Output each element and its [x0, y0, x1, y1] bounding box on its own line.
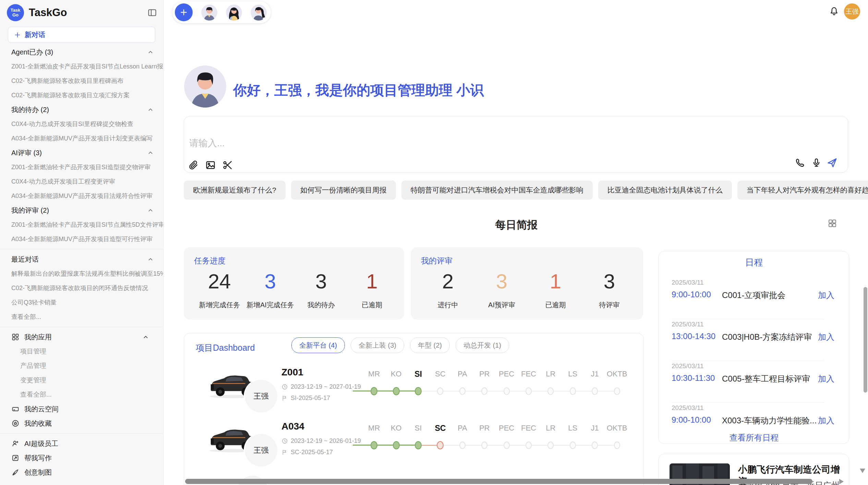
milestone-dot[interactable] — [614, 387, 620, 395]
image-icon[interactable] — [205, 160, 216, 171]
sidebar-item[interactable]: C0X4-动力总成开发项目SI里程碑提交物检查 — [0, 117, 163, 131]
sidebar-item[interactable]: C02-飞腾新能源轻客改款项目立项汇报方案 — [0, 88, 163, 102]
sidebar-section-agent-done: Agent已办 (3) Z001-全新燃油皮卡产品开发项目SI节点Lesson … — [0, 45, 163, 102]
sidebar-item-favorites[interactable]: 我的收藏 — [0, 416, 163, 431]
sidebar-item-help-write[interactable]: 帮我写作 — [0, 451, 163, 465]
project-row[interactable]: 王强 A034 2023-12-19 ~ 2026-01-19 SC-2025-… — [184, 417, 643, 471]
milestone-label: PR — [473, 370, 495, 378]
recent-chat-item[interactable]: 解释最新出台的欧盟报废车法规再生塑料比例被调至15%... — [0, 266, 163, 281]
milestone-dot[interactable] — [437, 441, 444, 449]
milestone-dot[interactable] — [526, 442, 532, 449]
tab-powertrain[interactable]: 动总开发 (1) — [456, 337, 509, 353]
milestone-dot[interactable] — [526, 387, 532, 395]
milestone-dot[interactable] — [481, 442, 487, 449]
chevron-up-icon — [147, 48, 154, 56]
milestone-dot[interactable] — [481, 387, 487, 395]
tab-all-new-platform[interactable]: 全新平台 (4) — [291, 337, 345, 353]
sidebar-item[interactable]: C0X4-动力总成开发项目工程变更评审 — [0, 174, 163, 189]
project-row[interactable]: 王强 Z001 2023-12-19 ~ 2027-01-19 SI-2025-… — [184, 363, 643, 417]
vertical-scrollbar[interactable] — [864, 287, 867, 393]
suggestion-chip[interactable]: 特朗普可能对进口汽车增税会对中国车企造成哪些影响 — [401, 181, 593, 200]
milestone-dot[interactable] — [570, 442, 576, 449]
milestone-dot[interactable] — [415, 387, 422, 395]
join-button[interactable]: 加入 — [818, 373, 834, 384]
add-member-button[interactable] — [175, 3, 193, 21]
milestone-dot[interactable] — [393, 387, 400, 395]
horizontal-scrollbar[interactable] — [185, 479, 812, 484]
milestone-label: FEC — [518, 424, 540, 433]
section-header[interactable]: 我的待办 (2) — [0, 102, 163, 117]
sidebar-item[interactable]: Z001-全新燃油皮卡产品开发项目SI节点Lesson Learn报告 — [0, 59, 163, 74]
send-icon[interactable] — [826, 157, 838, 169]
app-item-project-mgmt[interactable]: 项目管理 — [0, 344, 163, 359]
section-title: 我的评审 (2) — [11, 206, 147, 215]
avatar[interactable] — [226, 4, 242, 21]
clock-icon — [281, 384, 288, 390]
milestone-dot[interactable] — [547, 387, 554, 395]
notification-bell-icon[interactable] — [829, 6, 839, 16]
suggestion-chip[interactable]: 当下年轻人对汽车外观有怎样的喜好趋势 — [737, 181, 868, 200]
screenshot-scissors-icon[interactable] — [222, 160, 233, 171]
milestone-dot[interactable] — [459, 442, 466, 449]
section-header[interactable]: 我的评审 (2) — [0, 203, 163, 217]
milestone-dot[interactable] — [393, 441, 400, 449]
sidebar-item[interactable]: Z001-全新燃油轻卡产品开发项目SI造型提交物评审 — [0, 160, 163, 174]
section-header[interactable]: Agent已办 (3) — [0, 45, 163, 59]
milestone-dot[interactable] — [459, 387, 466, 395]
suggestion-chip[interactable]: 比亚迪全固态电池计划具体说了什么 — [598, 181, 732, 200]
attachment-icon[interactable] — [188, 160, 199, 171]
recent-chat-item[interactable]: 公司Q3轻卡销量 — [0, 295, 163, 310]
app-item-product-mgmt[interactable]: 产品管理 — [0, 359, 163, 373]
scroll-right-arrow[interactable] — [839, 479, 844, 484]
stat: 3 AI预评审 — [475, 270, 529, 310]
sidebar-item[interactable]: A034-全新新能源MUV产品开发项目计划变更表编写 — [0, 131, 163, 146]
sidebar-item[interactable]: A034-全新新能源MUV产品开发项目造型可行性评审 — [0, 232, 163, 246]
recent-view-all[interactable]: 查看全部... — [0, 310, 163, 324]
milestone-dot[interactable] — [614, 442, 620, 449]
chat-input-box[interactable] — [184, 116, 848, 173]
join-button[interactable]: 加入 — [818, 332, 834, 343]
section-header[interactable]: AI评审 (3) — [0, 146, 163, 160]
view-all-schedule[interactable]: 查看所有日程 — [659, 432, 849, 443]
milestone-dot[interactable] — [504, 442, 510, 449]
sidebar-item-creative-draw[interactable]: 创意制图 — [0, 465, 163, 480]
milestone-dot[interactable] — [592, 387, 598, 395]
voice-call-icon[interactable] — [795, 158, 805, 168]
chevron-up-icon — [147, 106, 154, 113]
collapse-sidebar-icon[interactable] — [147, 8, 157, 17]
sidebar-item[interactable]: A034-全新新能源MUV产品开发项目法规符合性评审 — [0, 189, 163, 203]
new-chat-button[interactable]: 新对话 — [8, 27, 155, 43]
sidebar-item-cloud-space[interactable]: 我的云空间 — [0, 402, 163, 416]
date-range: 2023-12-19 ~ 2027-01-19 — [291, 383, 361, 390]
milestone-dot[interactable] — [415, 441, 422, 449]
apps-view-all[interactable]: 查看全部... — [0, 387, 163, 402]
milestone-dot[interactable] — [547, 442, 554, 449]
join-button[interactable]: 加入 — [818, 415, 834, 426]
avatar[interactable] — [251, 4, 267, 21]
milestone-dot[interactable] — [371, 441, 377, 449]
milestone-dot[interactable] — [437, 387, 443, 395]
join-button[interactable]: 加入 — [818, 290, 834, 301]
milestone-dot[interactable] — [592, 442, 598, 449]
owner-badge: 王强 — [245, 434, 277, 467]
tab-new-body[interactable]: 全新上装 (3) — [351, 337, 404, 353]
sidebar-item-my-apps[interactable]: 我的应用 — [0, 330, 163, 344]
tab-model-year[interactable]: 年型 (2) — [410, 337, 450, 353]
scroll-down-arrow[interactable] — [860, 469, 865, 473]
sidebar-item[interactable]: C02-飞腾新能源轻客改款项目里程碑画布 — [0, 74, 163, 88]
sidebar-item-ai-super-staff[interactable]: AI超级员工 — [0, 436, 163, 451]
apps-grid-icon — [11, 333, 20, 341]
milestone-dot[interactable] — [570, 387, 576, 395]
avatar[interactable] — [201, 4, 217, 21]
suggestion-chip[interactable]: 欧洲新规最近颁布了什么? — [184, 181, 286, 200]
suggestion-chip[interactable]: 如何写一份清晰的项目周报 — [291, 181, 396, 200]
milestone-dot[interactable] — [371, 387, 377, 395]
sidebar-item[interactable]: Z001-全新燃油轻卡产品开发项目SI节点属性5D文件评审 — [0, 217, 163, 232]
milestone-dot[interactable] — [504, 387, 510, 395]
recent-chat-item[interactable]: C02-飞腾新能源轻客改款项目的闭环通告反馈情况 — [0, 281, 163, 295]
user-avatar[interactable]: 王强 — [844, 3, 860, 20]
section-header[interactable]: 最近对话 — [0, 252, 163, 266]
layout-grid-icon[interactable] — [828, 219, 837, 228]
app-item-change-mgmt[interactable]: 变更管理 — [0, 373, 163, 387]
microphone-icon[interactable] — [811, 158, 822, 168]
